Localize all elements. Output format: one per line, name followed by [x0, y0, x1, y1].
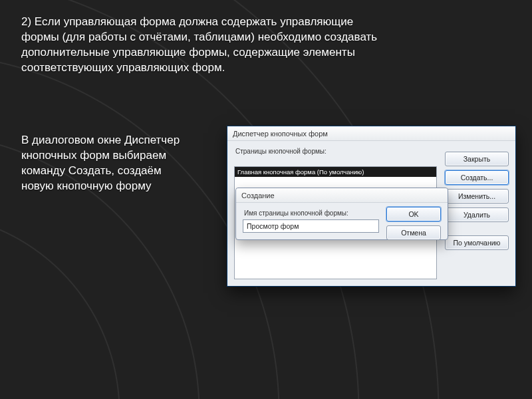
- dialog-title-bar: Диспетчер кнопочных форм: [227, 126, 515, 141]
- cancel-button[interactable]: Отмена: [386, 225, 441, 240]
- edit-button[interactable]: Изменить...: [445, 189, 509, 203]
- create-page-dialog: Создание Имя страницы кнопочной формы: O…: [235, 188, 448, 240]
- slide-paragraph-2: В диалоговом окне Диспетчер кнопочных фо…: [21, 133, 191, 194]
- delete-button[interactable]: Удалить: [445, 207, 509, 222]
- switchboard-manager-dialog: Диспетчер кнопочных форм Страницы кнопоч…: [227, 126, 515, 286]
- list-item[interactable]: Главная кнопочная форма (По умолчанию): [235, 167, 436, 177]
- ok-button[interactable]: OK: [386, 207, 441, 221]
- page-name-input[interactable]: [243, 219, 379, 233]
- slide-paragraph-1: 2) Если управляющая форма должна содержа…: [21, 15, 380, 76]
- default-button[interactable]: По умолчанию: [445, 235, 509, 250]
- sub-dialog-title-bar: Создание: [236, 188, 448, 203]
- close-button[interactable]: Закрыть: [445, 152, 509, 166]
- create-button[interactable]: Создать...: [445, 170, 509, 185]
- dialog-title: Диспетчер кнопочных форм: [233, 130, 328, 138]
- switchboard-manager-screenshot: Диспетчер кнопочных форм Страницы кнопоч…: [227, 126, 515, 286]
- sub-dialog-title: Создание: [241, 192, 275, 200]
